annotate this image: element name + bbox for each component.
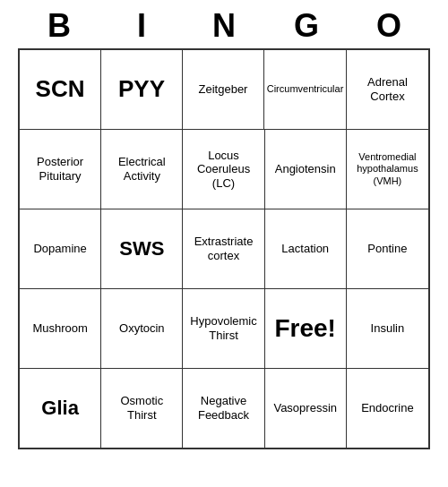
bingo-row: DopamineSWSExtrastriate cortexLactationP… <box>20 209 428 289</box>
bingo-cell: Vasopressin <box>265 369 347 448</box>
bingo-cell: PYY <box>101 50 183 129</box>
bingo-grid: SCNPYYZeitgeberCircumventricularAdrenal … <box>18 48 430 449</box>
bingo-cell: Lactation <box>265 209 347 288</box>
header-letter: B <box>21 7 98 45</box>
bingo-header: BINGO <box>18 0 430 48</box>
bingo-cell: Negative Feedback <box>183 369 264 448</box>
bingo-cell: Adrenal Cortex <box>347 50 428 129</box>
bingo-cell: Locus Coeruleus (LC) <box>183 130 264 209</box>
bingo-cell: Angiotensin <box>265 130 347 209</box>
bingo-row: SCNPYYZeitgeberCircumventricularAdrenal … <box>20 50 428 130</box>
bingo-cell: Glia <box>20 369 101 448</box>
bingo-cell: Ventromedial hypothalamus (VMH) <box>347 130 428 209</box>
bingo-cell: Extrastriate cortex <box>183 209 264 288</box>
bingo-cell: Free! <box>265 289 347 368</box>
bingo-row: GliaOsmotic ThirstNegative FeedbackVasop… <box>20 369 428 448</box>
header-letter: G <box>268 7 345 45</box>
bingo-cell: Posterior Pituitary <box>20 130 101 209</box>
bingo-cell: Dopamine <box>20 209 101 288</box>
bingo-cell: SWS <box>101 209 183 288</box>
bingo-cell: Pontine <box>347 209 428 288</box>
bingo-cell: Zeitgeber <box>183 50 264 129</box>
bingo-row: Posterior PituitaryElectrical ActivityLo… <box>20 130 428 209</box>
bingo-cell: Osmotic Thirst <box>101 369 183 448</box>
bingo-cell: Hypovolemic Thirst <box>183 289 264 368</box>
bingo-cell: Electrical Activity <box>101 130 183 209</box>
bingo-cell: Oxytocin <box>101 289 183 368</box>
header-letter: I <box>103 7 180 45</box>
header-letter: N <box>185 7 263 45</box>
bingo-cell: Insulin <box>347 289 428 368</box>
bingo-cell: Circumventricular <box>264 50 347 129</box>
bingo-row: MushroomOxytocinHypovolemic ThirstFree!I… <box>20 289 428 369</box>
header-letter: O <box>350 7 427 45</box>
bingo-cell: SCN <box>20 50 101 129</box>
bingo-cell: Mushroom <box>20 289 101 368</box>
bingo-cell: Endocrine <box>347 369 428 448</box>
